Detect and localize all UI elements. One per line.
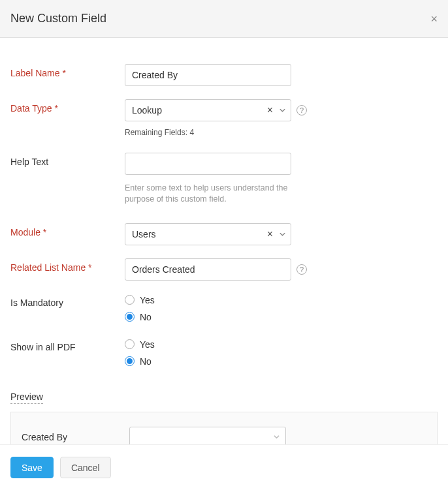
- radio-label: No: [140, 312, 152, 322]
- radio-label: Yes: [140, 339, 155, 350]
- module-select[interactable]: ×: [125, 223, 291, 245]
- required-star: *: [54, 103, 57, 114]
- clear-icon[interactable]: ×: [267, 229, 273, 239]
- label-col: Module *: [10, 223, 125, 237]
- help-text-hint: Enter some text to help users understand…: [125, 183, 291, 205]
- clear-icon[interactable]: ×: [267, 105, 273, 115]
- row-label-name: Label Name *: [10, 64, 438, 86]
- show-pdf-radio-group: Yes No: [125, 338, 155, 367]
- row-mandatory: Is Mandatory Yes No: [10, 294, 438, 322]
- show-pdf-label: Show in all PDF: [10, 342, 76, 352]
- dialog-title: New Custom Field: [10, 12, 106, 25]
- input-col: ×: [125, 223, 438, 245]
- related-list-input[interactable]: [125, 258, 291, 281]
- dialog-header: New Custom Field ×: [0, 0, 448, 38]
- input-col: ?: [125, 258, 438, 281]
- dialog-footer: Save Cancel: [0, 444, 448, 490]
- help-text-label: Help Text: [10, 157, 48, 167]
- input-col: [125, 64, 438, 86]
- help-text-input[interactable]: [125, 153, 291, 175]
- close-icon[interactable]: ×: [430, 13, 438, 25]
- radio-label: No: [140, 356, 152, 367]
- required-star: *: [62, 68, 65, 78]
- radio-icon: [125, 312, 135, 322]
- input-col: Yes No: [125, 294, 438, 322]
- cancel-button[interactable]: Cancel: [60, 457, 111, 478]
- preview-field-label: Created By: [22, 432, 129, 442]
- mandatory-radio-group: Yes No: [125, 294, 155, 322]
- row-show-pdf: Show in all PDF Yes No: [10, 338, 438, 367]
- radio-icon: [125, 295, 135, 305]
- row-help-text-hint: Enter some text to help users understand…: [10, 177, 438, 205]
- help-icon[interactable]: ?: [296, 264, 307, 275]
- preview-title: Preview: [10, 391, 43, 404]
- row-help-text: Help Text: [10, 153, 438, 175]
- remaining-fields-text: Remaining Fields: 4: [125, 128, 194, 137]
- row-module: Module * ×: [10, 223, 438, 245]
- module-label: Module: [10, 227, 40, 237]
- label-col: Show in all PDF: [10, 338, 125, 352]
- help-icon[interactable]: ?: [296, 105, 307, 115]
- data-type-label: Data Type: [10, 103, 52, 114]
- mandatory-yes-radio[interactable]: Yes: [125, 295, 155, 305]
- row-data-type-sub: Remaining Fields: 4: [10, 124, 438, 137]
- label-col: Help Text: [10, 153, 125, 167]
- show-pdf-yes-radio[interactable]: Yes: [125, 339, 155, 350]
- radio-icon: [125, 356, 135, 366]
- radio-label: Yes: [140, 295, 155, 305]
- chevron-down-icon: [273, 432, 280, 442]
- label-col: Data Type *: [10, 99, 125, 114]
- label-col: Label Name *: [10, 64, 125, 78]
- label-name-input[interactable]: [125, 64, 291, 86]
- mandatory-label: Is Mandatory: [10, 298, 63, 308]
- row-related-list: Related List Name * ?: [10, 258, 438, 281]
- row-data-type: Data Type * × ?: [10, 99, 438, 121]
- mandatory-no-radio[interactable]: No: [125, 312, 155, 322]
- required-star: *: [88, 262, 91, 273]
- label-col: Is Mandatory: [10, 294, 125, 308]
- related-list-label: Related List Name: [10, 262, 86, 273]
- data-type-select[interactable]: ×: [125, 99, 291, 121]
- required-star: *: [43, 227, 46, 237]
- input-col: [125, 153, 438, 175]
- label-col: Related List Name *: [10, 258, 125, 273]
- input-col: × ?: [125, 99, 438, 121]
- radio-icon: [125, 339, 135, 349]
- label-name-label: Label Name: [10, 68, 60, 78]
- save-button[interactable]: Save: [10, 457, 54, 478]
- input-col: Yes No: [125, 338, 438, 367]
- form-body: Label Name * Data Type * × ? Remaining F…: [0, 38, 448, 476]
- show-pdf-no-radio[interactable]: No: [125, 356, 155, 367]
